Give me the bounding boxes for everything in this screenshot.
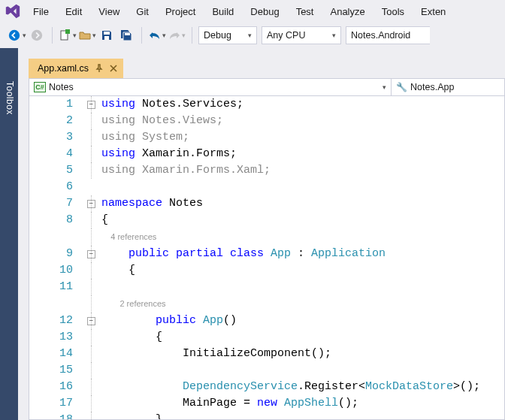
toolbox-panel[interactable]: Toolbox	[0, 48, 18, 420]
code-text: {	[98, 262, 135, 279]
nav-project-dropdown[interactable]: C# Notes ▾	[29, 79, 392, 95]
line-number: 5	[29, 162, 83, 179]
line-number	[29, 228, 83, 246]
platform-dropdown[interactable]: Any CPU▾	[262, 26, 341, 44]
code-line[interactable]: 17 MainPage = new AppShell();	[29, 395, 504, 412]
config-dropdown[interactable]: Debug▾	[198, 26, 257, 44]
code-text: using Notes.Views;	[98, 113, 223, 129]
fold-gutter[interactable]: −	[83, 246, 98, 262]
code-line[interactable]: 1−using Notes.Services;	[29, 96, 504, 113]
toolbar: ▾ ▾ ▾ ▾ ▾ Debu	[0, 23, 505, 48]
wrench-icon: 🔧	[396, 82, 407, 92]
line-number: 17	[29, 395, 83, 412]
svg-point-0	[9, 30, 20, 41]
tab-strip: App.xaml.cs	[29, 59, 505, 78]
code-line[interactable]: 16 DependencyService.Register<MockDataSt…	[29, 379, 504, 395]
code-text: InitializeComponent();	[98, 346, 331, 362]
menu-view[interactable]: View	[91, 3, 127, 20]
menu-git[interactable]: Git	[129, 3, 156, 20]
menu-file[interactable]: File	[26, 3, 56, 20]
config-value: Debug	[204, 30, 231, 41]
save-button[interactable]	[98, 26, 116, 44]
nav-class-dropdown[interactable]: 🔧 Notes.App	[392, 79, 504, 95]
line-number	[29, 295, 83, 313]
code-text	[98, 179, 101, 195]
code-line[interactable]: 12− public App()	[29, 313, 504, 329]
new-file-button[interactable]: ▾	[59, 26, 77, 44]
fold-gutter	[83, 129, 98, 146]
svg-rect-5	[104, 36, 109, 40]
line-number: 16	[29, 379, 83, 395]
vs-logo-icon	[3, 2, 23, 21]
close-icon[interactable]	[110, 65, 117, 72]
svg-point-1	[32, 30, 42, 41]
code-line[interactable]: 8{	[29, 212, 504, 228]
code-line[interactable]: 4 references	[29, 228, 504, 246]
code-text	[98, 279, 101, 295]
code-text: {	[98, 212, 108, 228]
code-line[interactable]: 4using Xamarin.Forms;	[29, 146, 504, 162]
fold-gutter[interactable]: −	[83, 313, 98, 329]
menu-edit[interactable]: Edit	[58, 3, 89, 20]
svg-rect-4	[104, 32, 110, 35]
menu-debug[interactable]: Debug	[243, 3, 286, 20]
code-line[interactable]: 5using Xamarin.Forms.Xaml;	[29, 162, 504, 179]
code-line[interactable]: 18 }	[29, 412, 504, 420]
fold-gutter	[83, 329, 98, 346]
code-text: public partial class App : Application	[98, 246, 386, 262]
startup-project-dropdown[interactable]: Notes.Android	[346, 26, 430, 44]
platform-value: Any CPU	[267, 30, 305, 41]
line-number: 6	[29, 179, 83, 195]
code-line[interactable]: 10 {	[29, 262, 504, 279]
code-line[interactable]: 2using Notes.Views;	[29, 113, 504, 129]
code-line[interactable]: 14 InitializeComponent();	[29, 346, 504, 362]
fold-gutter	[83, 179, 98, 195]
menu-analyze[interactable]: Analyze	[322, 3, 372, 20]
fold-gutter[interactable]: −	[83, 195, 98, 212]
fold-gutter	[83, 228, 98, 246]
code-editor[interactable]: 1−using Notes.Services;2using Notes.View…	[29, 96, 505, 420]
nav-project-label: Notes	[49, 82, 74, 92]
code-line[interactable]: 3using System;	[29, 129, 504, 146]
save-all-button[interactable]	[117, 26, 135, 44]
line-number: 3	[29, 129, 83, 146]
code-text: 2 references	[98, 295, 166, 313]
code-text: using Xamarin.Forms.Xaml;	[98, 162, 271, 179]
code-text	[98, 362, 101, 379]
svg-rect-6	[125, 33, 130, 35]
line-number: 14	[29, 346, 83, 362]
startup-value: Notes.Android	[351, 30, 410, 41]
navigation-bar: C# Notes ▾ 🔧 Notes.App	[29, 78, 505, 96]
code-text: }	[98, 412, 162, 420]
open-file-button[interactable]: ▾	[78, 26, 96, 44]
line-number: 18	[29, 412, 83, 420]
code-text: using System;	[98, 129, 189, 146]
code-line[interactable]: 11	[29, 279, 504, 295]
redo-button: ▾	[168, 26, 186, 44]
nav-back-button[interactable]: ▾	[8, 26, 26, 44]
code-line[interactable]: 13 {	[29, 329, 504, 346]
code-line[interactable]: 7−namespace Notes	[29, 195, 504, 212]
fold-gutter	[83, 379, 98, 395]
code-line[interactable]: 15	[29, 362, 504, 379]
code-line[interactable]: 9− public partial class App : Applicatio…	[29, 246, 504, 262]
code-text: DependencyService.Register<MockDataStore…	[98, 379, 480, 395]
code-line[interactable]: 2 references	[29, 295, 504, 313]
menu-project[interactable]: Project	[158, 3, 203, 20]
fold-gutter	[83, 295, 98, 313]
menu-tools[interactable]: Tools	[374, 3, 412, 20]
tab-app-xaml-cs[interactable]: App.xaml.cs	[29, 59, 123, 78]
menu-build[interactable]: Build	[204, 3, 241, 20]
pin-icon[interactable]	[95, 64, 104, 73]
menu-test[interactable]: Test	[289, 3, 322, 20]
menu-extensions[interactable]: Exten	[413, 3, 453, 20]
fold-gutter	[83, 412, 98, 420]
fold-gutter[interactable]: −	[83, 96, 98, 113]
undo-button[interactable]: ▾	[148, 26, 166, 44]
fold-gutter	[83, 362, 98, 379]
menu-bar: File Edit View Git Project Build Debug T…	[0, 0, 505, 23]
code-line[interactable]: 6	[29, 179, 504, 195]
codelens-references[interactable]: 4 references	[101, 232, 156, 241]
code-text: using Notes.Services;	[98, 96, 243, 113]
codelens-references[interactable]: 2 references	[101, 299, 166, 308]
